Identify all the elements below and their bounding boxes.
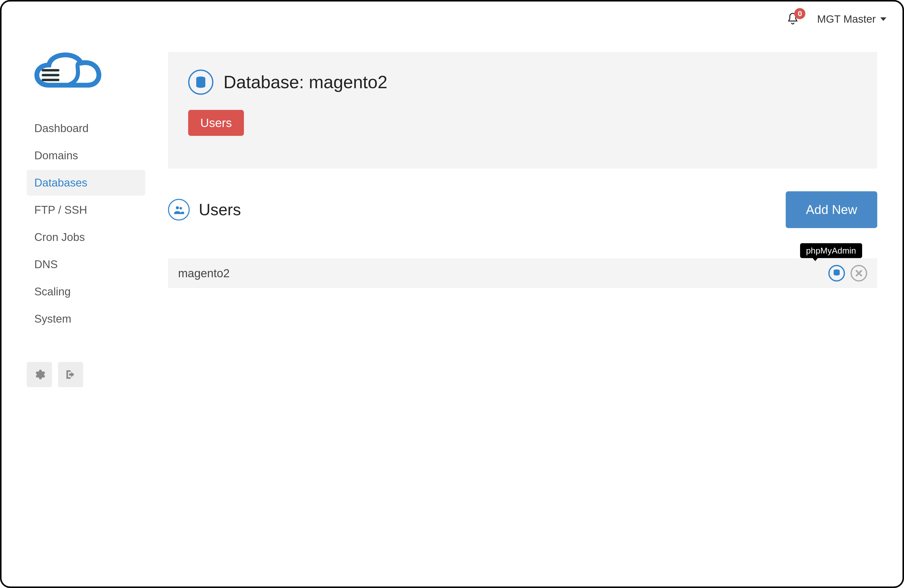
page-title-row: Database: magento2: [188, 69, 857, 95]
logo: [27, 47, 107, 95]
sidebar-item-dns[interactable]: DNS: [27, 252, 145, 277]
users-icon: [168, 199, 190, 221]
section-header: Users Add New: [168, 191, 877, 228]
database-header-card: Database: magento2 Users: [168, 52, 877, 169]
sidebar-item-label: Databases: [34, 177, 87, 189]
notification-badge: 0: [794, 8, 805, 19]
sidebar-item-label: FTP / SSH: [34, 203, 87, 216]
tab-label: Users: [200, 116, 232, 129]
app-window: 0 MGT Master Dashboard Domains Databases…: [0, 0, 904, 588]
logout-button[interactable]: [58, 362, 83, 387]
users-section: Users Add New phpMyAdmin magento2: [168, 191, 877, 288]
delete-button[interactable]: [850, 265, 867, 282]
sidebar-item-label: Dashboard: [34, 122, 89, 134]
section-title-text: Users: [199, 200, 241, 219]
page-title-prefix: Database:: [223, 73, 309, 92]
sidebar-item-label: System: [34, 312, 71, 325]
user-name: magento2: [178, 266, 230, 280]
sidebar-item-dashboard[interactable]: Dashboard: [27, 115, 145, 141]
main-content: Database: magento2 Users: [168, 52, 877, 288]
sidebar: Dashboard Domains Databases FTP / SSH Cr…: [27, 47, 145, 387]
users-list: phpMyAdmin magento2: [168, 259, 877, 288]
page-title-value: magento2: [309, 73, 387, 92]
logout-icon: [64, 368, 77, 381]
sidebar-item-label: Cron Jobs: [34, 231, 85, 243]
database-icon: [188, 69, 213, 95]
user-menu-label: MGT Master: [817, 13, 876, 25]
nav-list: Dashboard Domains Databases FTP / SSH Cr…: [27, 115, 145, 332]
tab-users[interactable]: Users: [188, 110, 244, 136]
chevron-down-icon: [880, 17, 887, 21]
sidebar-item-label: Domains: [34, 149, 78, 162]
notifications-button[interactable]: 0: [786, 12, 801, 27]
list-item: phpMyAdmin magento2: [168, 259, 877, 288]
svg-point-4: [176, 206, 179, 209]
sidebar-item-label: Scaling: [34, 285, 71, 298]
cloud-logo-icon: [27, 47, 107, 95]
add-new-button[interactable]: Add New: [786, 191, 877, 228]
sidebar-item-domains[interactable]: Domains: [27, 143, 145, 169]
page-title: Database: magento2: [223, 72, 387, 92]
settings-button[interactable]: [27, 362, 52, 387]
phpmyadmin-button[interactable]: [828, 265, 845, 282]
topbar: 0 MGT Master: [2, 2, 902, 37]
sidebar-item-databases[interactable]: Databases: [27, 170, 145, 195]
sidebar-item-system[interactable]: System: [27, 306, 145, 332]
gear-icon: [33, 368, 46, 381]
close-icon: [854, 268, 864, 278]
svg-point-5: [180, 207, 182, 210]
sidebar-item-scaling[interactable]: Scaling: [27, 279, 145, 304]
sidebar-item-label: DNS: [34, 258, 58, 270]
database-icon: [832, 269, 841, 278]
add-new-label: Add New: [806, 203, 857, 217]
sidebar-item-ftp-ssh[interactable]: FTP / SSH: [27, 197, 145, 223]
tooltip: phpMyAdmin: [800, 243, 862, 258]
row-actions: [828, 265, 867, 282]
sidebar-item-cron-jobs[interactable]: Cron Jobs: [27, 224, 145, 250]
sidebar-footer: [27, 362, 145, 387]
section-title: Users: [168, 199, 241, 221]
user-menu[interactable]: MGT Master: [817, 13, 887, 25]
